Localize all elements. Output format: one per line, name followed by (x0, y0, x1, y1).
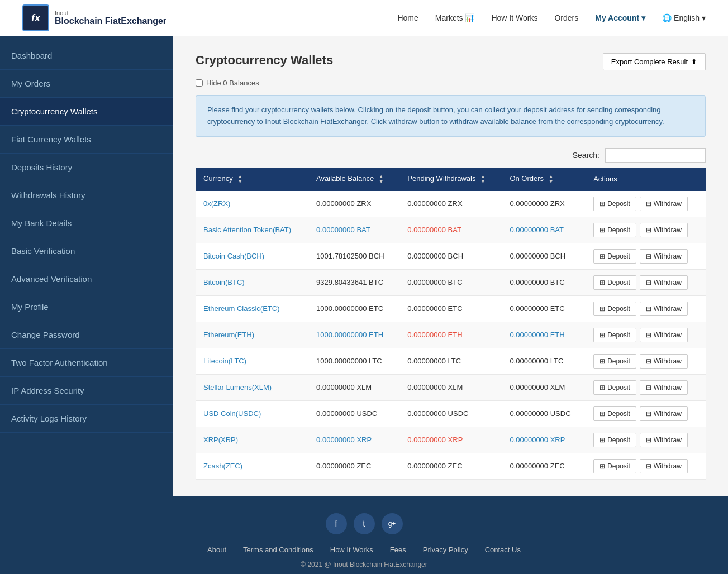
google-plus-icon[interactable]: g+ (382, 513, 403, 534)
footer-link-how-it-works[interactable]: How It Works (330, 546, 373, 554)
deposit-button[interactable]: ⊞ Deposit (593, 459, 636, 473)
currency-link[interactable]: Litecoin(LTC) (203, 357, 246, 365)
withdraw-minus-icon: ⊟ (646, 357, 651, 365)
search-input[interactable] (605, 148, 706, 163)
cell-actions: ⊞ Deposit ⊟ Withdraw (586, 348, 706, 374)
sidebar-item-bank-details[interactable]: My Bank Details (0, 209, 173, 237)
cell-available: 0.00000000 BAT (308, 217, 399, 243)
currency-link[interactable]: XRP(XRP) (203, 436, 238, 444)
footer-link-fees[interactable]: Fees (390, 546, 406, 554)
footer-link-about[interactable]: About (207, 546, 226, 554)
currency-link[interactable]: Stellar Lumens(XLM) (203, 383, 272, 391)
currency-link[interactable]: USD Coin(USDC) (203, 409, 261, 418)
cell-currency: Stellar Lumens(XLM) (196, 374, 308, 400)
sidebar-item-basic-verification[interactable]: Basic Verification (0, 237, 173, 265)
currency-link[interactable]: Ethereum Classic(ETC) (203, 304, 280, 313)
nav-home[interactable]: Home (397, 13, 418, 22)
nav-orders[interactable]: Orders (554, 13, 578, 22)
cell-pending: 0.00000000 ZEC (399, 453, 502, 479)
col-pending-withdrawals[interactable]: Pending Withdrawals ▲▼ (399, 168, 502, 191)
footer-link-terms[interactable]: Terms and Conditions (243, 546, 313, 554)
twitter-icon[interactable]: t (354, 513, 375, 534)
table-row: Ethereum(ETH) 1000.00000000 ETH 0.000000… (196, 322, 706, 348)
deposit-button[interactable]: ⊞ Deposit (593, 328, 636, 342)
cell-available: 0.00000000 ZEC (308, 453, 399, 479)
nav-my-account[interactable]: My Account ▾ (595, 13, 645, 22)
withdraw-button[interactable]: ⊟ Withdraw (640, 406, 688, 421)
sidebar-item-change-password[interactable]: Change Password (0, 321, 173, 349)
sidebar-item-ip-security[interactable]: IP Address Security (0, 377, 173, 405)
deposit-plus-icon: ⊞ (599, 462, 605, 470)
currency-link[interactable]: 0x(ZRX) (203, 199, 230, 208)
col-available-balance[interactable]: Available Balance ▲▼ (308, 168, 399, 191)
sidebar-item-crypto-wallets[interactable]: Cryptocurrency Wallets (0, 98, 173, 126)
sidebar-item-withdrawals-history[interactable]: Withdrawals History (0, 181, 173, 209)
withdraw-minus-icon: ⊟ (646, 226, 651, 234)
withdraw-button[interactable]: ⊟ Withdraw (640, 249, 688, 264)
cell-on-orders: 0.00000000 BTC (502, 269, 586, 295)
deposit-plus-icon: ⊞ (599, 200, 605, 208)
withdraw-button[interactable]: ⊟ Withdraw (640, 197, 688, 211)
sidebar-item-activity-logs[interactable]: Activity Logs History (0, 405, 173, 433)
nav-markets[interactable]: Markets 📊 (435, 13, 475, 22)
cell-actions: ⊞ Deposit ⊟ Withdraw (586, 295, 706, 322)
deposit-button[interactable]: ⊞ Deposit (593, 197, 636, 211)
cell-pending: 0.00000000 USDC (399, 400, 502, 427)
deposit-button[interactable]: ⊞ Deposit (593, 433, 636, 447)
currency-link[interactable]: Bitcoin(BTC) (203, 278, 245, 286)
deposit-button[interactable]: ⊞ Deposit (593, 302, 636, 316)
cell-pending: 0.00000000 ETH (399, 322, 502, 348)
currency-link[interactable]: Zcash(ZEC) (203, 462, 242, 470)
footer-link-privacy[interactable]: Privacy Policy (423, 546, 468, 554)
language-selector[interactable]: 🌐 English ▾ (662, 13, 706, 22)
withdraw-button[interactable]: ⊟ Withdraw (640, 433, 688, 447)
table-row: Bitcoin(BTC) 9329.80433641 BTC 0.0000000… (196, 269, 706, 295)
content-area: Cryptocurrency Wallets Export Complete R… (173, 36, 728, 496)
cell-currency: Litecoin(LTC) (196, 348, 308, 374)
nav-how-it-works[interactable]: How It Works (491, 13, 537, 22)
withdraw-button[interactable]: ⊟ Withdraw (640, 275, 688, 290)
sidebar-item-two-factor[interactable]: Two Factor Authentication (0, 349, 173, 377)
main-layout: Dashboard My Orders Cryptocurrency Walle… (0, 36, 728, 496)
currency-link[interactable]: Basic Attention Token(BAT) (203, 226, 291, 234)
table-row: Bitcoin Cash(BCH) 1001.78102500 BCH 0.00… (196, 243, 706, 269)
col-on-orders[interactable]: On Orders ▲▼ (502, 168, 586, 191)
sidebar-item-dashboard[interactable]: Dashboard (0, 42, 173, 70)
hide-balance-checkbox[interactable] (196, 79, 203, 87)
withdraw-button[interactable]: ⊟ Withdraw (640, 302, 688, 316)
currency-link[interactable]: Ethereum(ETH) (203, 331, 254, 339)
currency-link[interactable]: Bitcoin Cash(BCH) (203, 252, 264, 260)
sidebar-item-my-profile[interactable]: My Profile (0, 293, 173, 321)
facebook-icon[interactable]: f (326, 513, 347, 534)
cell-on-orders: 0.00000000 LTC (502, 348, 586, 374)
deposit-button[interactable]: ⊞ Deposit (593, 275, 636, 290)
export-button[interactable]: Export Complete Result ⬆ (603, 53, 706, 70)
deposit-button[interactable]: ⊞ Deposit (593, 380, 636, 395)
sidebar-item-fiat-wallets[interactable]: Fiat Currency Wallets (0, 126, 173, 154)
footer-link-contact[interactable]: Contact Us (485, 546, 521, 554)
sidebar-item-advanced-verification[interactable]: Advanced Verification (0, 265, 173, 293)
col-currency[interactable]: Currency ▲▼ (196, 168, 308, 191)
withdraw-button[interactable]: ⊟ Withdraw (640, 459, 688, 473)
sidebar-item-my-orders[interactable]: My Orders (0, 70, 173, 98)
withdraw-button[interactable]: ⊟ Withdraw (640, 223, 688, 237)
deposit-button[interactable]: ⊞ Deposit (593, 354, 636, 369)
cell-currency: USD Coin(USDC) (196, 400, 308, 427)
cell-available: 1000.00000000 ETC (308, 295, 399, 322)
withdraw-button[interactable]: ⊟ Withdraw (640, 380, 688, 395)
deposit-button[interactable]: ⊞ Deposit (593, 406, 636, 421)
withdraw-minus-icon: ⊟ (646, 331, 651, 339)
deposit-button[interactable]: ⊞ Deposit (593, 249, 636, 264)
cell-currency: XRP(XRP) (196, 427, 308, 453)
cell-pending: 0.00000000 LTC (399, 348, 502, 374)
withdraw-button[interactable]: ⊟ Withdraw (640, 328, 688, 342)
footer-links: About Terms and Conditions How It Works … (11, 546, 717, 554)
deposit-plus-icon: ⊞ (599, 331, 605, 339)
cell-actions: ⊞ Deposit ⊟ Withdraw (586, 400, 706, 427)
deposit-button[interactable]: ⊞ Deposit (593, 223, 636, 237)
hide-balance-control: Hide 0 Balances (196, 79, 706, 87)
cell-available: 0.00000000 XRP (308, 427, 399, 453)
sidebar-item-deposits-history[interactable]: Deposits History (0, 154, 173, 181)
sort-icon-pending: ▲▼ (480, 174, 486, 184)
withdraw-button[interactable]: ⊟ Withdraw (640, 354, 688, 369)
